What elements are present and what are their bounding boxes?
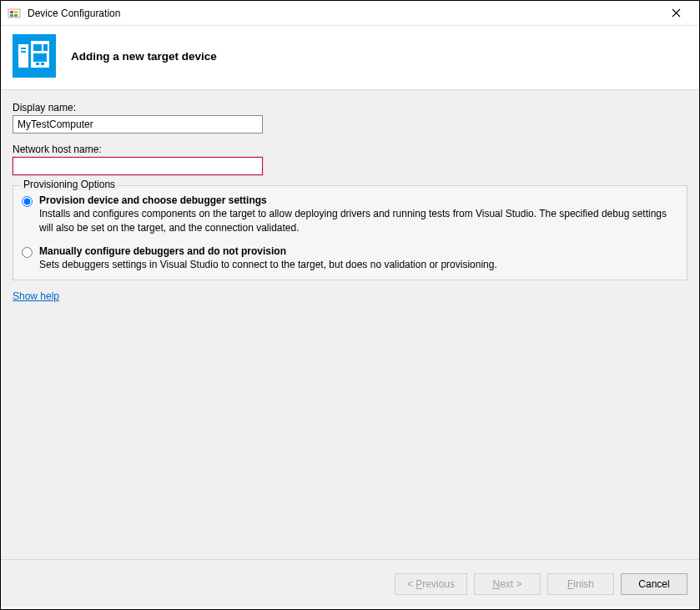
display-name-input[interactable] — [13, 115, 263, 134]
svg-rect-11 — [33, 44, 42, 51]
wizard-header: Adding a new target device — [1, 26, 699, 89]
svg-rect-4 — [14, 14, 18, 17]
display-name-group: Display name: — [13, 102, 687, 134]
close-button[interactable] — [659, 2, 692, 25]
provision-radio-auto[interactable] — [22, 196, 33, 207]
provision-desc-auto: Installs and configures components on th… — [39, 207, 678, 235]
provisioning-fieldset: Provisioning Options Provision device an… — [13, 185, 687, 280]
close-icon — [672, 8, 681, 18]
host-name-input[interactable] — [13, 157, 263, 175]
svg-rect-12 — [43, 44, 48, 51]
svg-rect-8 — [21, 48, 26, 49]
svg-rect-15 — [41, 63, 44, 65]
provision-option-manual: Manually configure debuggers and do not … — [22, 245, 678, 272]
finish-button[interactable]: Finish — [547, 573, 614, 595]
svg-rect-1 — [10, 11, 13, 13]
svg-rect-9 — [21, 51, 26, 53]
app-icon — [8, 7, 21, 20]
provisioning-legend: Provisioning Options — [20, 179, 118, 190]
page-title: Adding a new target device — [71, 50, 217, 63]
provision-radio-manual[interactable] — [22, 247, 33, 258]
wizard-footer: < Previous Next > Finish Cancel — [1, 559, 699, 607]
cancel-button[interactable]: Cancel — [621, 573, 687, 595]
display-name-label: Display name: — [13, 102, 687, 113]
host-name-group: Network host name: — [13, 144, 687, 175]
titlebar: Device Configuration — [1, 1, 699, 26]
svg-rect-13 — [33, 53, 47, 62]
provision-label-manual[interactable]: Manually configure debuggers and do not … — [39, 245, 286, 257]
provision-label-auto[interactable]: Provision device and choose debugger set… — [39, 194, 267, 206]
next-button[interactable]: Next > — [474, 573, 541, 595]
svg-rect-3 — [10, 14, 13, 17]
host-name-label: Network host name: — [13, 144, 687, 155]
provision-desc-manual: Sets debuggers settings in Visual Studio… — [39, 258, 678, 272]
show-help-link[interactable]: Show help — [13, 290, 59, 302]
svg-rect-2 — [14, 11, 18, 13]
content-area: Display name: Network host name: Provisi… — [1, 89, 699, 559]
window-title: Device Configuration — [28, 8, 659, 19]
previous-button[interactable]: < Previous — [395, 573, 467, 595]
device-icon — [13, 34, 56, 78]
provision-option-auto: Provision device and choose debugger set… — [22, 194, 678, 235]
svg-rect-14 — [36, 63, 39, 65]
